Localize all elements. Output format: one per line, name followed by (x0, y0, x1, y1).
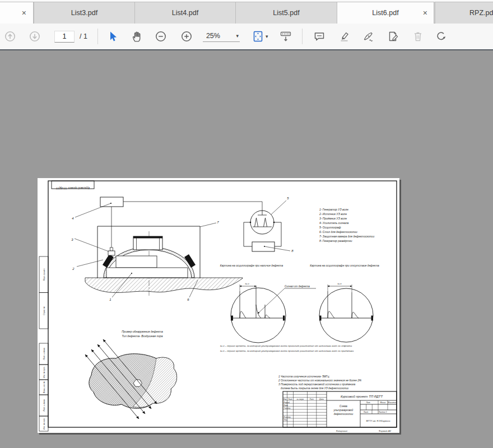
titleblock-scale: Масштаб (388, 402, 397, 404)
fit-page-icon (252, 30, 264, 43)
callout-5: 5 (287, 197, 289, 200)
footer-format: Формат А2 (379, 430, 392, 432)
page-scroll-icon (280, 30, 292, 43)
zoom-in-button[interactable] (179, 29, 194, 44)
legend: 1- Генератор УЗ волн 2- Источник УЗ волн… (319, 208, 374, 242)
callout-1: 1 (109, 298, 111, 301)
legend-line: 5- Осциллограф (319, 226, 341, 229)
page-up-button[interactable] (3, 29, 17, 44)
fill-sign-button[interactable] (386, 29, 401, 44)
sig-row: Т.контр. (283, 407, 291, 409)
tab-bar: × List3.pdf List4.pdf List5.pdf List6.pd… (0, 0, 493, 24)
zoom-in-icon (180, 30, 193, 43)
legend-line: 7- Защитная камера для дефектоскопии (319, 235, 374, 238)
sig-row: Разраб. (283, 402, 290, 404)
tab-close-icon[interactable]: × (421, 9, 429, 17)
titleblock-project: Курсовой проект ТП РДТТ (341, 395, 383, 398)
tab-label: RPZ.pdf (469, 9, 493, 17)
corner-stamp-text: Курсовой проект ТП РДТТ (55, 186, 90, 190)
title-block: Курсовой проект ТП РДТТ Схема ультразвук… (283, 391, 397, 432)
pdf-page[interactable]: Курсовой проект ТП РДТТ Перв. примен. Сп… (38, 178, 399, 433)
delete-button[interactable] (411, 29, 425, 44)
defect-example-diagram: Пример обнаружения дефекта Тип дефекта- … (85, 330, 177, 419)
note-line: должна быть покрыта гелем для УЗ дефекто… (281, 387, 349, 390)
titleblock-org: МГТУ им. Н.Э.Баумана (366, 419, 391, 422)
tab-rpz[interactable]: RPZ.pdf (435, 2, 493, 24)
highlight-button[interactable] (337, 29, 352, 44)
tab-partial-left[interactable]: × (0, 2, 34, 24)
note-line: 2 Отклонение частоты от номинального зна… (278, 379, 362, 382)
tab-list3[interactable]: List3.pdf (34, 2, 135, 24)
side-stamp-label: Инв. № подл. (43, 418, 45, 430)
side-stamp-label: Инв. № дубл. (43, 366, 45, 378)
tab-close-icon[interactable]: × (20, 9, 28, 17)
side-stamp-label: Подп. и дата (43, 348, 45, 360)
highlighter-icon (338, 30, 351, 43)
zoom-value: 25% (206, 32, 220, 40)
tab-label: List4.pdf (172, 9, 198, 17)
example-title: Пример обнаружения дефекта (122, 330, 163, 333)
legend-line: 3- Приёмник УЗ волн (319, 217, 347, 220)
rotate-button[interactable] (434, 29, 448, 44)
tab-list4[interactable]: List4.pdf (134, 2, 236, 24)
sig-header: Лист (287, 398, 292, 400)
sign-button[interactable] (361, 29, 376, 44)
chevron-down-icon: ▾ (266, 34, 268, 39)
page-total: / 1 (80, 32, 87, 40)
side-stamp-label: Справ. № (43, 306, 45, 315)
arrow-up-circle-icon (4, 30, 16, 43)
note-line: 3 Поверхность под переустановкой источни… (278, 382, 356, 386)
toolbar-separator (302, 29, 303, 44)
hand-tool-button[interactable] (130, 29, 143, 44)
callout-2: 2 (72, 267, 75, 270)
select-tool-button[interactable] (106, 29, 119, 44)
titleblock-docname: ультразвуковой (333, 408, 354, 412)
callout-8: 8 (291, 249, 294, 253)
sig-header: Дата (319, 398, 324, 400)
installation-view (85, 197, 262, 297)
example-title: Тип дефекта- Воздушная пора (122, 334, 162, 338)
titleblock-docname: дефектоскопии (334, 413, 354, 416)
sig-header: Изм. (283, 398, 287, 400)
sig-row: Утв. (283, 419, 287, 421)
note-line: 1 Частота излучения источника- 5МГц; (278, 375, 330, 378)
document-area[interactable]: Курсовой проект ТП РДТТ Перв. примен. Сп… (0, 50, 493, 448)
tab-label: List3.pdf (71, 9, 97, 17)
callout-6: 6 (187, 298, 189, 301)
side-stamp-label: Подп. и дата (43, 399, 45, 411)
dim-receiver-label: tи.п (338, 282, 342, 285)
titleblock-mass: Масса (380, 402, 385, 404)
callout-3: 3 (71, 238, 73, 241)
signal-from-defect-label: Сигнал от дефекта (285, 285, 310, 288)
dim-defect-label: tи.д (245, 282, 250, 285)
drawing-svg: Курсовой проект ТП РДТТ Перв. примен. Сп… (38, 178, 399, 433)
tab-list5[interactable]: List5.pdf (235, 2, 337, 24)
trash-icon (412, 30, 424, 43)
footer-copied: Копировал (336, 430, 348, 432)
arrow-down-circle-icon (29, 30, 41, 43)
side-stamp-label: Перв. примен. (43, 268, 45, 281)
zoom-out-button[interactable] (154, 29, 168, 44)
fit-page-button[interactable]: ▾ (251, 29, 269, 44)
definition-line: tи.д – период времени, за который ультра… (220, 344, 352, 347)
toolbar: / 1 25% ▾ ▾ (0, 24, 493, 49)
sig-header: Подп. (310, 398, 314, 400)
definition-line: tи.п – период времени, за который ультра… (220, 349, 354, 352)
legend-line: 4- Усилитель сигнала (319, 221, 348, 225)
zoom-level-select[interactable]: 25% ▾ (203, 31, 240, 42)
legend-line: 6- Стол для дефектоскопии (319, 230, 357, 234)
side-stamp-label: Взам. инв. № (43, 381, 45, 393)
tab-list6[interactable]: List6.pdf × (337, 2, 434, 24)
toolbar-separator (97, 29, 98, 44)
page-down-button[interactable] (27, 29, 42, 44)
callout-4: 4 (72, 217, 74, 220)
comment-button[interactable] (312, 29, 327, 44)
oscillogram-with-defect: Картина на осциллографе при наличие дефе… (220, 264, 316, 343)
select-arrow-icon (108, 30, 118, 43)
comment-bubble-icon (313, 30, 325, 43)
fountain-pen-icon (362, 30, 375, 43)
scroll-mode-button[interactable] (278, 29, 293, 44)
page-number-input[interactable] (54, 31, 75, 43)
legend-line: 8- Генератор развёртки (319, 239, 352, 242)
legend-line: 2- Источник УЗ волн (319, 212, 347, 216)
